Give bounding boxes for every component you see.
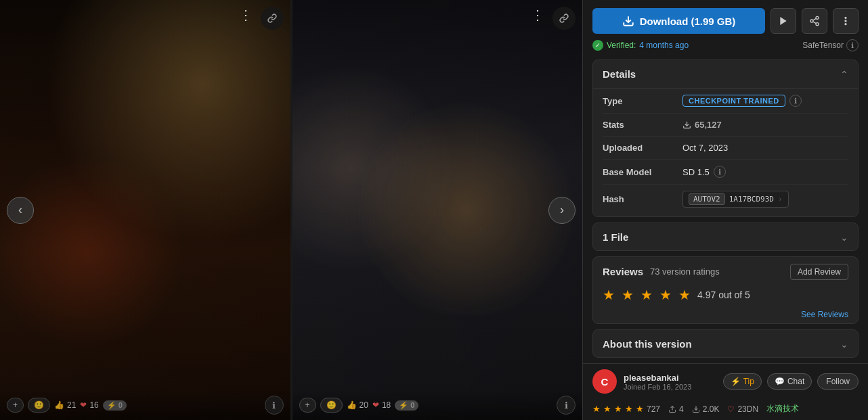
svg-line-6 — [813, 18, 817, 20]
verified-time-link[interactable]: 4 months ago — [639, 41, 689, 50]
image-2-bottom-actions: + 🙂 👍 20 ❤ 18 ⚡ 0 ℹ — [292, 390, 583, 420]
image-2-emoji-button[interactable]: 🙂 — [320, 398, 343, 413]
play-button[interactable] — [771, 8, 796, 34]
author-actions: ⚡ Tip 💬 Chat Follow — [723, 373, 859, 390]
lightning-icon: ⚡ — [731, 377, 741, 386]
base-model-label: Base Model — [603, 167, 677, 177]
thumbs-icon-2: 👍 — [347, 400, 357, 410]
add-review-button[interactable]: Add Review — [790, 264, 848, 280]
reviews-header: Reviews 73 version ratings Add Review — [593, 257, 858, 287]
verified-badge: ✓ Verified: 4 months ago — [592, 40, 689, 51]
image-2-plus-button[interactable]: + — [299, 398, 316, 413]
dl-icon — [692, 405, 700, 413]
verified-text: Verified: — [607, 41, 636, 50]
file-chevron-down-icon: ⌄ — [840, 232, 848, 243]
stat-downloads: 2.0K — [692, 404, 720, 414]
next-image-button[interactable]: › — [548, 197, 576, 224]
image-1-emoji-button[interactable]: 🙂 — [28, 398, 50, 413]
plus-icon-2: + — [305, 400, 310, 410]
about-version-header[interactable]: About this version ⌄ — [593, 330, 858, 358]
image-1-top-actions: ⋮ — [0, 0, 290, 30]
heart-icon-2: ❤ — [372, 400, 379, 410]
hash-value-container: AUTOV2 1A17BCD93D › — [682, 191, 848, 208]
chat-button[interactable]: 💬 Chat — [767, 373, 812, 390]
author-name[interactable]: pleasebankai — [624, 373, 716, 383]
details-section-header[interactable]: Details ⌃ — [593, 60, 858, 88]
image-2-menu-button[interactable]: ⋮ — [528, 7, 547, 23]
tip-button[interactable]: ⚡ Tip — [723, 373, 762, 390]
plus-icon: + — [13, 400, 18, 410]
thumbs-icon: 👍 — [54, 400, 64, 410]
heart-stat-icon: ♡ — [727, 404, 735, 414]
see-reviews-link[interactable]: See Reviews — [593, 310, 858, 325]
image-1-info-button[interactable]: ℹ — [265, 396, 284, 415]
uploaded-label: Uploaded — [603, 143, 677, 153]
star-sm-5-icon: ★ — [636, 404, 644, 414]
more-options-button[interactable] — [833, 8, 859, 34]
image-1-plus-button[interactable]: + — [7, 398, 24, 413]
type-value: CHECKPOINT TRAINED ℹ — [682, 95, 848, 107]
download-label: Download (1.99 GB) — [640, 16, 736, 27]
stat-hearts: ♡ 23DN — [727, 404, 758, 414]
svg-point-2 — [816, 16, 819, 19]
star-4-icon: ★ — [659, 287, 672, 303]
reviews-section: Reviews 73 version ratings Add Review ★ … — [592, 256, 859, 325]
image-overlay-1: ⋮ + 🙂 👍 — [0, 0, 290, 420]
follow-button[interactable]: Follow — [817, 373, 859, 390]
reviews-count: 73 version ratings — [650, 266, 720, 277]
stat-stars: ★ ★ ★ ★ ★ 727 — [592, 404, 660, 414]
image-2-top-actions: ⋮ — [292, 0, 583, 30]
checkpoint-badge: CHECKPOINT TRAINED — [682, 95, 785, 107]
reviews-left: Reviews 73 version ratings — [603, 266, 720, 277]
details-section: Details ⌃ Type CHECKPOINT TRAINED ℹ Stat… — [592, 60, 859, 217]
download-button[interactable]: Download (1.99 GB) — [592, 8, 765, 34]
svg-point-4 — [816, 23, 819, 26]
stat-uploads: 4 — [668, 404, 684, 414]
stats-label: Stats — [603, 120, 677, 130]
detail-hash-row: Hash AUTOV2 1A17BCD93D › — [603, 185, 848, 214]
image-2-info-button[interactable]: ℹ — [557, 396, 576, 415]
image-1-react-bar: + 🙂 👍 21 ❤ 16 ⚡ 0 — [7, 398, 127, 413]
safe-tensor-info-icon[interactable]: ℹ — [846, 39, 859, 51]
details-title: Details — [603, 68, 636, 80]
hash-copy-icon[interactable]: › — [778, 195, 783, 204]
image-2-link-button[interactable] — [552, 7, 576, 30]
safe-tensor-label: SafeTensor ℹ — [802, 39, 859, 51]
svg-line-5 — [813, 22, 817, 24]
file-section-header[interactable]: 1 File ⌄ — [593, 223, 858, 251]
play-icon — [778, 16, 789, 26]
about-chevron-down-icon: ⌄ — [840, 339, 848, 350]
upload-icon — [668, 405, 676, 413]
prev-image-button[interactable]: ‹ — [7, 197, 34, 224]
image-1-thumbs-count: 👍 21 — [54, 400, 76, 410]
type-label: Type — [603, 96, 677, 106]
detail-type-row: Type CHECKPOINT TRAINED ℹ — [603, 89, 848, 114]
share-button[interactable] — [802, 8, 827, 34]
svg-marker-1 — [780, 17, 786, 25]
file-title: 1 File — [603, 231, 628, 243]
verified-row: ✓ Verified: 4 months ago SafeTensor ℹ — [583, 39, 868, 57]
image-1-menu-button[interactable]: ⋮ — [236, 7, 255, 23]
ellipsis-icon — [840, 16, 851, 26]
type-info-icon[interactable]: ℹ — [789, 95, 802, 107]
share-icon — [809, 16, 820, 26]
hash-tab-autov2[interactable]: AUTOV2 — [689, 193, 725, 205]
details-body: Type CHECKPOINT TRAINED ℹ Stats 65,127 — [593, 88, 858, 217]
emoji-icon: 🙂 — [34, 400, 44, 410]
detail-stats-row: Stats 65,127 — [603, 114, 848, 137]
star-sm-4-icon: ★ — [625, 404, 633, 414]
file-section: 1 File ⌄ — [592, 223, 859, 251]
images-area: ‹ ⋮ + 🙂 — [0, 0, 582, 420]
star-2-icon: ★ — [622, 287, 634, 303]
image-2-heart-count: ❤ 18 — [372, 400, 391, 410]
image-1-heart-count: ❤ 16 — [80, 400, 98, 410]
base-model-info-icon[interactable]: ℹ — [714, 166, 726, 178]
image-1-link-button[interactable] — [261, 7, 284, 30]
star-sm-icon: ★ — [592, 404, 601, 414]
image-2-thumbs-count: 👍 20 — [347, 400, 368, 410]
about-version-title: About this version — [603, 338, 692, 350]
chat-icon: 💬 — [775, 377, 785, 386]
author-stats-row: ★ ★ ★ ★ ★ 727 4 2.0K ♡ 23DN 水滴技术 — [583, 399, 868, 420]
star-3-icon: ★ — [641, 287, 653, 303]
image-overlay-2: ⋮ + 🙂 👍 — [292, 0, 583, 420]
